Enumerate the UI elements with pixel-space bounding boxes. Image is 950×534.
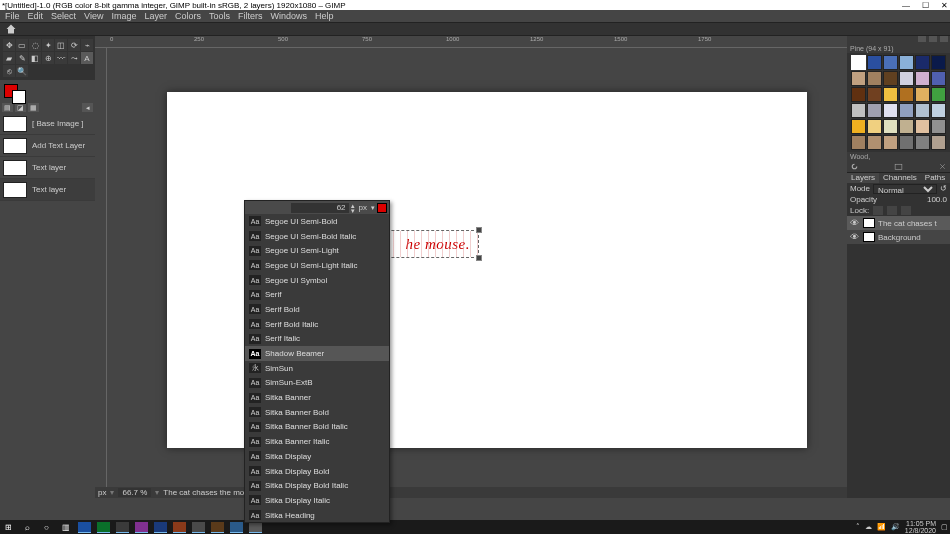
tab-layers-icon[interactable]: ▤ bbox=[2, 103, 13, 112]
tool-eraser[interactable]: ◧ bbox=[29, 52, 41, 64]
tool-bucket[interactable]: ▰ bbox=[3, 52, 15, 64]
taskbar-app[interactable] bbox=[135, 522, 148, 533]
pattern-swatch[interactable] bbox=[915, 135, 930, 150]
pattern-swatch[interactable] bbox=[915, 87, 930, 102]
unit-chevron-icon[interactable]: ▾ bbox=[371, 204, 375, 212]
tool-zoom[interactable]: 🔍 bbox=[16, 65, 28, 77]
layer-row[interactable]: 👁 The cat chases t bbox=[847, 216, 950, 230]
cortana-icon[interactable]: ○ bbox=[40, 522, 53, 533]
tool-move[interactable]: ✥ bbox=[3, 39, 15, 51]
tab-channels-icon[interactable]: ◪ bbox=[15, 103, 26, 112]
tab-paths[interactable]: Paths bbox=[921, 173, 949, 183]
pattern-swatch[interactable] bbox=[883, 135, 898, 150]
layer-row[interactable]: Text layer bbox=[0, 179, 95, 201]
pattern-swatch[interactable] bbox=[883, 71, 898, 86]
tab-gradients-icon[interactable] bbox=[940, 36, 948, 42]
pattern-swatch[interactable] bbox=[915, 55, 930, 70]
font-option[interactable]: AaSegoe UI Semi-Bold Italic bbox=[245, 229, 389, 244]
pattern-swatch[interactable] bbox=[899, 135, 914, 150]
tool-smudge[interactable]: 〰 bbox=[55, 52, 67, 64]
pattern-swatch[interactable] bbox=[867, 135, 882, 150]
font-option[interactable]: AaSegoe UI Semi-Light Italic bbox=[245, 258, 389, 273]
font-option[interactable]: AaSegoe UI Symbol bbox=[245, 273, 389, 288]
pattern-swatch[interactable] bbox=[851, 135, 866, 150]
pattern-swatch[interactable] bbox=[867, 119, 882, 134]
mode-reset-icon[interactable]: ↺ bbox=[940, 184, 947, 193]
font-option[interactable]: AaSegoe UI Semi-Bold bbox=[245, 214, 389, 229]
tool-crop[interactable]: ◫ bbox=[55, 39, 67, 51]
menu-file[interactable]: File bbox=[5, 11, 20, 21]
tray-chevron-icon[interactable]: ˄ bbox=[856, 523, 860, 531]
pattern-swatch[interactable] bbox=[883, 87, 898, 102]
pattern-swatch[interactable] bbox=[867, 87, 882, 102]
start-button[interactable]: ⊞ bbox=[2, 522, 15, 533]
taskbar-app[interactable] bbox=[211, 522, 224, 533]
layer-row[interactable]: [ Base Image ] bbox=[0, 113, 95, 135]
viewport[interactable]: he mouse. bbox=[107, 48, 847, 487]
menu-select[interactable]: Select bbox=[51, 11, 76, 21]
pattern-swatch[interactable] bbox=[883, 103, 898, 118]
tray-notifications-icon[interactable]: ▢ bbox=[941, 523, 948, 531]
pattern-swatch[interactable] bbox=[851, 55, 866, 70]
pattern-swatch[interactable] bbox=[931, 71, 946, 86]
tab-channels[interactable]: Channels bbox=[879, 173, 921, 183]
pattern-swatch[interactable] bbox=[915, 103, 930, 118]
font-option[interactable]: 永SimSun bbox=[245, 361, 389, 376]
lock-alpha-button[interactable] bbox=[901, 206, 911, 215]
visibility-icon[interactable]: 👁 bbox=[850, 232, 860, 242]
font-option[interactable]: AaSitka Heading bbox=[245, 508, 389, 523]
canvas-text[interactable]: he mouse. bbox=[406, 236, 471, 253]
search-icon[interactable]: ⌕ bbox=[21, 522, 34, 533]
pattern-swatch[interactable] bbox=[851, 87, 866, 102]
pattern-swatch[interactable] bbox=[931, 87, 946, 102]
font-option[interactable]: AaSitka Display Italic bbox=[245, 493, 389, 508]
layer-row[interactable]: Text layer bbox=[0, 157, 95, 179]
text-handle[interactable] bbox=[476, 227, 482, 233]
opacity-row[interactable]: Opacity 100.0 bbox=[847, 194, 950, 205]
color-swatch[interactable] bbox=[0, 80, 95, 102]
status-zoom[interactable]: 66.7 % bbox=[118, 488, 151, 497]
tool-free-select[interactable]: ◌ bbox=[29, 39, 41, 51]
font-option[interactable]: AaShadow Beamer bbox=[245, 346, 389, 361]
pattern-swatch[interactable] bbox=[931, 119, 946, 134]
pattern-swatch[interactable] bbox=[899, 119, 914, 134]
pattern-swatch[interactable] bbox=[915, 71, 930, 86]
taskview-icon[interactable]: ▥ bbox=[59, 522, 72, 533]
tray-wifi-icon[interactable]: 📶 bbox=[877, 523, 886, 531]
mode-select[interactable]: Normal bbox=[873, 184, 937, 194]
menu-filters[interactable]: Filters bbox=[238, 11, 263, 21]
menu-help[interactable]: Help bbox=[315, 11, 334, 21]
pattern-swatch[interactable] bbox=[931, 103, 946, 118]
menu-edit[interactable]: Edit bbox=[28, 11, 44, 21]
menu-image[interactable]: Image bbox=[111, 11, 136, 21]
tray-time[interactable]: 11:05 PM bbox=[905, 520, 936, 527]
taskbar-app[interactable] bbox=[116, 522, 129, 533]
maximize-button[interactable]: ☐ bbox=[922, 1, 929, 10]
font-option[interactable]: AaSerif Bold bbox=[245, 302, 389, 317]
visibility-icon[interactable]: 👁 bbox=[850, 218, 860, 228]
font-option[interactable]: AaSitka Banner bbox=[245, 390, 389, 405]
menu-windows[interactable]: Windows bbox=[270, 11, 307, 21]
tool-rotate[interactable]: ⟳ bbox=[68, 39, 80, 51]
pattern-swatch[interactable] bbox=[851, 119, 866, 134]
size-spinner-icon[interactable]: ▴▾ bbox=[351, 203, 355, 213]
pattern-swatch[interactable] bbox=[931, 55, 946, 70]
font-size-input[interactable]: 62 bbox=[291, 203, 349, 213]
delete-icon[interactable] bbox=[938, 162, 947, 171]
pattern-swatch[interactable] bbox=[899, 71, 914, 86]
font-option[interactable]: AaSitka Banner Italic bbox=[245, 434, 389, 449]
pattern-swatch[interactable] bbox=[867, 55, 882, 70]
font-option[interactable]: AaSitka Banner Bold bbox=[245, 405, 389, 420]
tool-clone[interactable]: ⊕ bbox=[42, 52, 54, 64]
pattern-swatch[interactable] bbox=[899, 55, 914, 70]
tool-pencil[interactable]: ✎ bbox=[16, 52, 28, 64]
taskbar-app[interactable] bbox=[78, 522, 91, 533]
menu-view[interactable]: View bbox=[84, 11, 103, 21]
text-color-swatch[interactable] bbox=[377, 203, 387, 213]
menu-colors[interactable]: Colors bbox=[175, 11, 201, 21]
tray-date[interactable]: 12/8/2020 bbox=[905, 527, 936, 534]
pattern-swatch[interactable] bbox=[851, 103, 866, 118]
pattern-swatch[interactable] bbox=[899, 87, 914, 102]
pattern-filter[interactable]: Wood, bbox=[850, 153, 870, 160]
background-color[interactable] bbox=[12, 90, 26, 104]
